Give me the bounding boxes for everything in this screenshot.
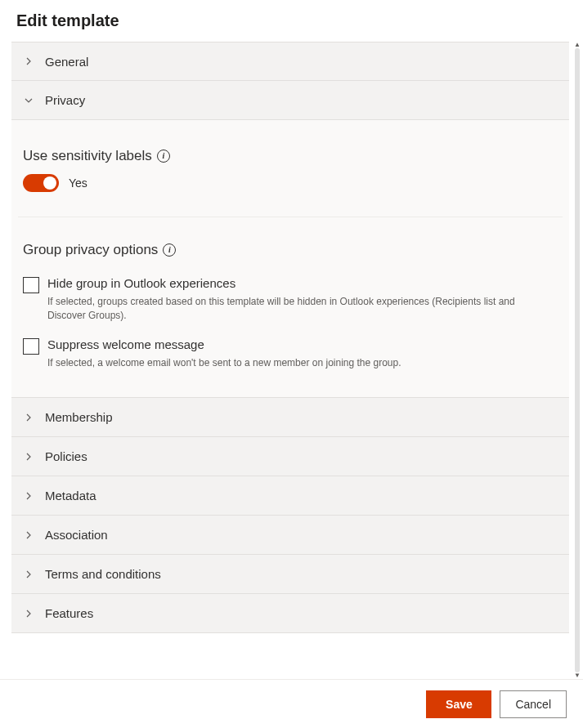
scrollbar-track[interactable] bbox=[575, 48, 580, 672]
section-header-membership[interactable]: Membership bbox=[11, 398, 569, 437]
scroll-area: General Privacy Use sensitivity labels i… bbox=[0, 42, 583, 679]
section-header-terms[interactable]: Terms and conditions bbox=[11, 555, 569, 594]
section-label-policies: Policies bbox=[45, 449, 87, 463]
section-body-privacy: Use sensitivity labels i Yes Group priva… bbox=[11, 120, 569, 398]
scrollbar-arrow-down-icon[interactable]: ▼ bbox=[573, 672, 581, 679]
section-label-features: Features bbox=[45, 606, 93, 620]
scrollbar[interactable]: ▲ ▼ bbox=[573, 42, 581, 679]
section-label-metadata: Metadata bbox=[45, 489, 96, 502]
section-label-general: General bbox=[45, 55, 88, 69]
info-icon[interactable]: i bbox=[163, 243, 176, 257]
chevron-right-icon bbox=[23, 569, 34, 580]
chevron-right-icon bbox=[23, 608, 34, 619]
hide-outlook-row: Hide group in Outlook experiences If sel… bbox=[23, 276, 546, 323]
info-icon[interactable]: i bbox=[157, 150, 170, 163]
content: General Privacy Use sensitivity labels i… bbox=[0, 42, 569, 633]
cancel-button[interactable]: Cancel bbox=[500, 690, 567, 718]
section-label-membership: Membership bbox=[45, 410, 113, 424]
chevron-right-icon bbox=[23, 412, 34, 423]
save-button[interactable]: Save bbox=[426, 690, 491, 718]
sensitivity-toggle-row: Yes bbox=[23, 174, 546, 192]
sensitivity-label: Use sensitivity labels bbox=[23, 148, 152, 164]
suppress-welcome-label: Suppress welcome message bbox=[47, 337, 546, 351]
hide-outlook-label: Hide group in Outlook experiences bbox=[47, 276, 546, 290]
chevron-right-icon bbox=[23, 56, 34, 67]
chevron-right-icon bbox=[23, 490, 34, 502]
chevron-right-icon bbox=[23, 451, 34, 462]
group-privacy-title-text: Group privacy options bbox=[23, 242, 158, 258]
suppress-welcome-content: Suppress welcome message If selected, a … bbox=[47, 337, 546, 370]
section-label-association: Association bbox=[45, 528, 108, 542]
section-header-features[interactable]: Features bbox=[11, 594, 569, 633]
hide-outlook-content: Hide group in Outlook experiences If sel… bbox=[47, 276, 546, 323]
suppress-welcome-row: Suppress welcome message If selected, a … bbox=[23, 337, 546, 370]
section-header-privacy[interactable]: Privacy bbox=[11, 81, 569, 120]
section-label-terms: Terms and conditions bbox=[45, 567, 161, 581]
toggle-thumb bbox=[43, 176, 56, 190]
sensitivity-toggle-state: Yes bbox=[69, 176, 87, 190]
sensitivity-label-row: Use sensitivity labels i bbox=[23, 148, 546, 164]
footer: Save Cancel bbox=[0, 679, 583, 728]
page-title: Edit template bbox=[0, 0, 583, 42]
suppress-welcome-checkbox[interactable] bbox=[23, 338, 39, 355]
suppress-welcome-desc: If selected, a welcome email won't be se… bbox=[47, 356, 546, 370]
section-header-metadata[interactable]: Metadata bbox=[11, 476, 569, 516]
chevron-down-icon bbox=[23, 95, 34, 106]
group-privacy-title: Group privacy options i bbox=[23, 242, 546, 258]
hide-outlook-checkbox[interactable] bbox=[23, 277, 39, 293]
section-header-policies[interactable]: Policies bbox=[11, 437, 569, 476]
section-header-association[interactable]: Association bbox=[11, 516, 569, 555]
section-label-privacy: Privacy bbox=[45, 93, 85, 107]
section-header-general[interactable]: General bbox=[11, 42, 569, 81]
chevron-right-icon bbox=[23, 529, 34, 541]
scrollbar-arrow-up-icon[interactable]: ▲ bbox=[573, 42, 581, 48]
divider bbox=[18, 217, 563, 217]
sensitivity-toggle[interactable] bbox=[23, 174, 59, 192]
hide-outlook-desc: If selected, groups created based on thi… bbox=[47, 295, 546, 323]
